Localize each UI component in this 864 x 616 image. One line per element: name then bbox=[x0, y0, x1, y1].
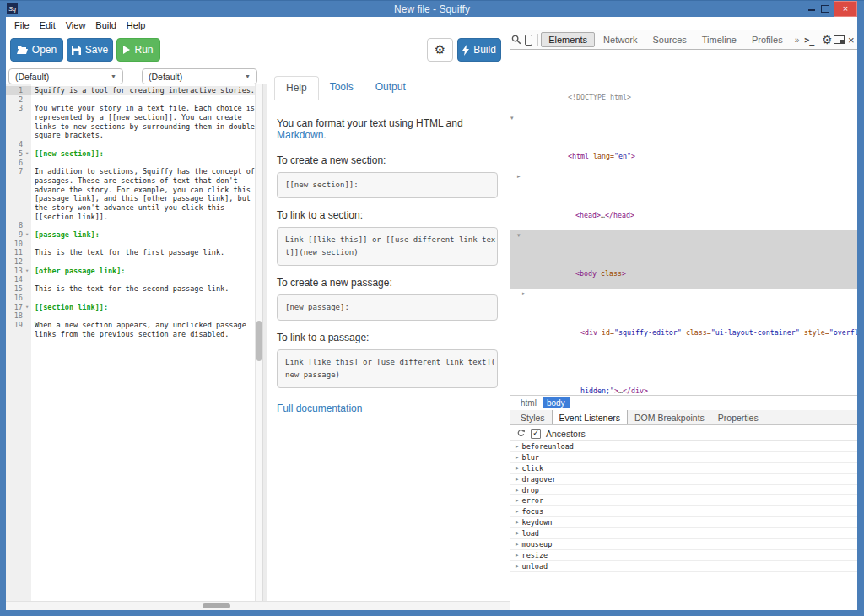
sidebar-tab[interactable]: DOM Breakpoints bbox=[628, 410, 711, 424]
full-documentation-link[interactable]: Full documentation bbox=[277, 403, 498, 414]
event-listener-row[interactable]: ▸ keydown bbox=[510, 517, 857, 528]
disclosure-triangle-icon[interactable]: ▾ bbox=[510, 114, 514, 124]
menu-item[interactable]: Edit bbox=[35, 19, 61, 32]
dom-tree-node[interactable]: ▸ <head>…</head> bbox=[510, 171, 857, 230]
minimize-button[interactable] bbox=[808, 9, 815, 11]
horizontal-scrollbar[interactable] bbox=[6, 601, 510, 610]
disclosure-triangle-icon[interactable]: ▸ bbox=[516, 508, 519, 515]
console-toggle-button[interactable]: >_ bbox=[803, 31, 815, 48]
disclosure-triangle-icon[interactable]: ▸ bbox=[516, 519, 519, 526]
menu-item[interactable]: Build bbox=[90, 19, 121, 32]
event-listener-row[interactable]: ▸ error bbox=[510, 495, 857, 506]
maximize-button[interactable] bbox=[821, 5, 829, 13]
editor-line-text bbox=[31, 275, 256, 284]
disclosure-triangle-icon[interactable]: ▾ bbox=[517, 231, 521, 241]
ancestors-checkbox[interactable]: ✓ bbox=[531, 429, 541, 439]
event-listener-row[interactable]: ▸ mouseup bbox=[510, 539, 857, 550]
disclosure-triangle-icon[interactable]: ▸ bbox=[516, 497, 519, 504]
sidebar-tab-bar: StylesEvent ListenersDOM BreakpointsProp… bbox=[510, 410, 857, 425]
disclosure-triangle-icon[interactable]: ▸ bbox=[516, 465, 519, 472]
editor-row: square brackets. bbox=[6, 131, 256, 140]
section-select[interactable]: (Default) ▼ bbox=[8, 68, 123, 84]
dom-tree-node[interactable]: hidden;">…</div> bbox=[510, 348, 857, 399]
help-section: To create a new passage: [new passage]: bbox=[277, 277, 498, 321]
event-listener-row[interactable]: ▸ dragover bbox=[510, 474, 857, 485]
title-bar[interactable]: Sq New file - Squiffy × bbox=[0, 0, 864, 18]
event-listener-row[interactable]: ▸ beforeunload bbox=[510, 441, 857, 452]
menu-item[interactable]: Help bbox=[122, 19, 151, 32]
disclosure-triangle-icon[interactable]: ▸ bbox=[516, 454, 519, 461]
event-listener-row[interactable]: ▸ blur bbox=[510, 452, 857, 463]
editor-vertical-scrollbar[interactable] bbox=[255, 84, 262, 602]
refresh-icon[interactable] bbox=[516, 429, 526, 438]
editor-line-text bbox=[31, 294, 256, 303]
editor-line-text: When a new section appears, any unclicke… bbox=[31, 321, 256, 330]
help-tab[interactable]: Tools bbox=[319, 76, 364, 100]
close-button[interactable]: × bbox=[834, 1, 857, 17]
scrollbar-thumb[interactable] bbox=[202, 603, 230, 608]
disclosure-triangle-icon[interactable]: ▸ bbox=[522, 289, 526, 300]
sidebar-tab[interactable]: Event Listeners bbox=[552, 410, 628, 424]
passage-select[interactable]: (Default) ▼ bbox=[142, 68, 257, 84]
dom-tree-node[interactable]: ▸ <div id="squiffy-editor" class="ui-lay… bbox=[510, 289, 857, 348]
disclosure-triangle-icon[interactable]: ▸ bbox=[516, 541, 519, 548]
line-number bbox=[6, 203, 23, 213]
devtools-tab[interactable]: Network bbox=[596, 32, 645, 47]
dock-side-button[interactable] bbox=[833, 31, 845, 48]
event-name: mouseup bbox=[522, 540, 553, 548]
line-number: 5 bbox=[6, 149, 23, 159]
event-listener-row[interactable]: ▸ drop bbox=[510, 485, 857, 496]
dom-tree-node[interactable]: ▾ <html lang="en"> bbox=[510, 113, 857, 172]
event-listener-row[interactable]: ▸ focus bbox=[510, 506, 857, 517]
devtools-tab[interactable]: Sources bbox=[645, 32, 694, 47]
sidebar-tab[interactable]: Styles bbox=[514, 410, 552, 424]
open-button[interactable]: Open bbox=[10, 38, 63, 62]
disclosure-triangle-icon[interactable]: ▸ bbox=[516, 476, 519, 483]
disclosure-triangle-icon[interactable]: ▸ bbox=[516, 563, 519, 570]
inspect-element-button[interactable] bbox=[510, 31, 522, 48]
devtools-tab[interactable]: Timeline bbox=[694, 32, 744, 47]
dom-breadcrumb: htmlbody bbox=[510, 395, 857, 411]
event-listener-row[interactable]: ▸ unload bbox=[510, 561, 857, 572]
settings-button[interactable]: ⚙ bbox=[427, 38, 453, 62]
disclosure-triangle-icon[interactable]: ▸ bbox=[516, 530, 519, 537]
devtools-settings-button[interactable]: ⚙ bbox=[821, 31, 833, 48]
device-mode-button[interactable] bbox=[522, 31, 534, 48]
editor-line-text: links from the previous section are disa… bbox=[31, 330, 256, 339]
editor-line-text: [passage link]: bbox=[31, 230, 256, 240]
devtools-close-button[interactable]: × bbox=[845, 31, 857, 48]
menu-item[interactable]: File bbox=[9, 19, 35, 32]
build-button[interactable]: Build bbox=[457, 38, 501, 62]
breadcrumb-item[interactable]: body bbox=[543, 397, 570, 408]
help-section-label: To link to a passage: bbox=[277, 332, 498, 343]
line-number: 3 bbox=[6, 104, 23, 113]
disclosure-triangle-icon[interactable]: ▸ bbox=[517, 172, 521, 182]
disclosure-triangle-icon[interactable]: ▸ bbox=[516, 443, 519, 450]
fold-arrow-icon bbox=[23, 194, 31, 203]
disclosure-triangle-icon[interactable]: ▸ bbox=[516, 487, 519, 494]
help-tab[interactable]: Help bbox=[274, 76, 319, 100]
menu-item[interactable]: View bbox=[61, 19, 91, 32]
event-listener-row[interactable]: ▸ resize bbox=[510, 550, 857, 561]
dom-tree-node[interactable]: ▾ <body class> bbox=[510, 230, 857, 289]
devtools-tab[interactable]: » bbox=[791, 33, 804, 47]
save-button[interactable]: Save bbox=[67, 38, 113, 62]
help-section-label: To create a new passage: bbox=[277, 277, 498, 289]
dom-tree-node[interactable]: <!DOCTYPE html> bbox=[510, 54, 857, 113]
disclosure-triangle-icon[interactable]: ▸ bbox=[516, 552, 519, 559]
scrollbar-thumb[interactable] bbox=[256, 321, 262, 361]
fold-arrow-icon bbox=[23, 311, 31, 321]
breadcrumb-item[interactable]: html bbox=[516, 397, 541, 408]
event-name: resize bbox=[522, 551, 548, 559]
run-button[interactable]: Run bbox=[116, 38, 160, 62]
sidebar-tab[interactable]: Properties bbox=[711, 410, 765, 424]
story-editor[interactable]: 1 Squiffy is a tool for creating interac… bbox=[6, 84, 262, 602]
devtools-tab[interactable]: Profiles bbox=[744, 32, 791, 47]
help-tab[interactable]: Output bbox=[364, 76, 417, 100]
markdown-link[interactable]: Markdown. bbox=[277, 129, 327, 141]
event-listener-row[interactable]: ▸ click bbox=[510, 463, 857, 474]
fold-arrow-icon: ▾ bbox=[23, 303, 31, 312]
devtools-tab[interactable]: Elements bbox=[541, 32, 595, 47]
fold-arrow-icon bbox=[23, 113, 31, 122]
event-listener-row[interactable]: ▸ load bbox=[510, 528, 857, 539]
